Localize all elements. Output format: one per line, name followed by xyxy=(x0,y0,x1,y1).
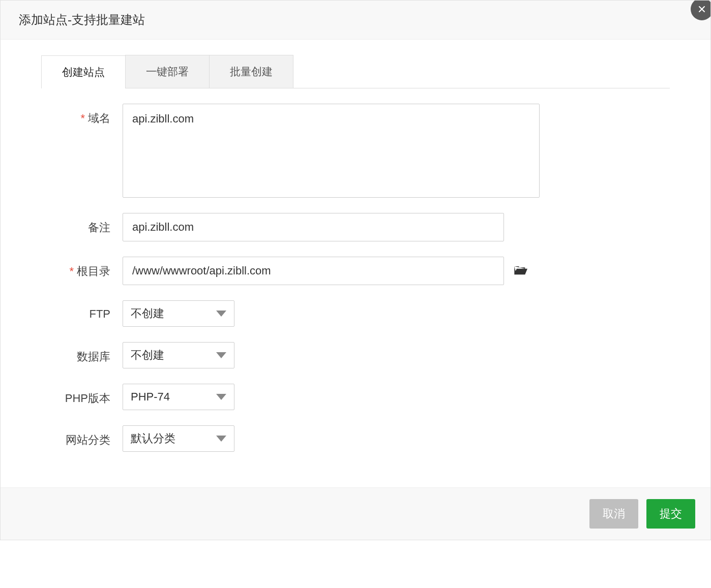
close-button[interactable] xyxy=(691,0,711,20)
chevron-down-icon xyxy=(216,436,226,442)
php-select[interactable]: PHP-74 xyxy=(123,384,234,410)
label-php: PHP版本 xyxy=(41,384,123,406)
database-select-value: 不创建 xyxy=(131,348,164,363)
chevron-down-icon xyxy=(216,311,226,317)
add-site-modal: 添加站点-支持批量建站 创建站点 一键部署 批量创建 *域名 备注 *根目录 xyxy=(0,0,711,540)
label-category: 网站分类 xyxy=(41,425,123,448)
required-mark: * xyxy=(80,112,85,125)
browse-folder-button[interactable] xyxy=(513,264,527,278)
label-remark: 备注 xyxy=(41,213,123,235)
close-icon xyxy=(697,4,707,14)
modal-body: 创建站点 一键部署 批量创建 *域名 备注 *根目录 FTP xyxy=(1,40,710,487)
remark-input[interactable] xyxy=(123,213,504,241)
tab-create-site[interactable]: 创建站点 xyxy=(41,55,126,88)
tab-batch-create[interactable]: 批量创建 xyxy=(209,55,293,88)
label-database: 数据库 xyxy=(41,342,123,364)
chevron-down-icon xyxy=(216,394,226,400)
modal-footer: 取消 提交 xyxy=(1,487,710,540)
database-select[interactable]: 不创建 xyxy=(123,342,234,368)
root-input[interactable] xyxy=(123,257,504,285)
label-domain: *域名 xyxy=(41,104,123,126)
cancel-button[interactable]: 取消 xyxy=(589,499,638,529)
chevron-down-icon xyxy=(216,352,226,358)
submit-button[interactable]: 提交 xyxy=(646,499,695,529)
tab-one-click-deploy[interactable]: 一键部署 xyxy=(125,55,210,88)
modal-title: 添加站点-支持批量建站 xyxy=(19,12,692,28)
root-input-group xyxy=(123,257,527,285)
domain-input[interactable] xyxy=(123,104,540,198)
modal-header: 添加站点-支持批量建站 xyxy=(1,1,710,40)
row-remark: 备注 xyxy=(41,213,670,241)
row-root: *根目录 xyxy=(41,257,670,285)
category-select[interactable]: 默认分类 xyxy=(123,425,234,452)
php-select-value: PHP-74 xyxy=(131,390,170,404)
row-category: 网站分类 默认分类 xyxy=(41,425,670,452)
ftp-select-value: 不创建 xyxy=(131,306,164,321)
label-root: *根目录 xyxy=(41,257,123,279)
category-select-value: 默认分类 xyxy=(131,431,175,446)
ftp-select[interactable]: 不创建 xyxy=(123,300,234,327)
required-mark: * xyxy=(69,265,74,277)
row-domain: *域名 xyxy=(41,104,670,198)
row-ftp: FTP 不创建 xyxy=(41,300,670,327)
folder-open-icon xyxy=(513,264,527,276)
label-ftp: FTP xyxy=(41,300,123,321)
row-php: PHP版本 PHP-74 xyxy=(41,384,670,410)
tabs: 创建站点 一键部署 批量创建 xyxy=(41,55,670,88)
row-database: 数据库 不创建 xyxy=(41,342,670,368)
